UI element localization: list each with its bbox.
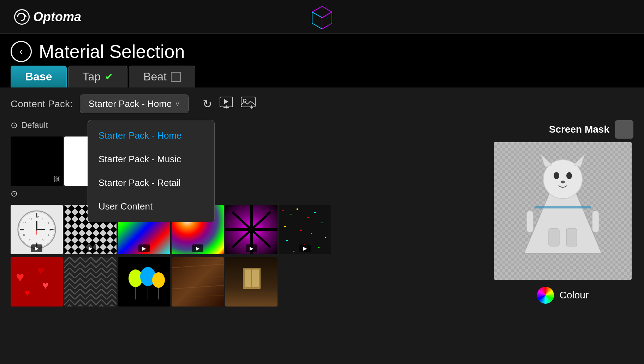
screen-mask-header: Screen Mask bbox=[492, 120, 633, 139]
svg-rect-81 bbox=[549, 229, 559, 246]
thumbnails-area: ⊙ Default 🖼 ⊙ bbox=[11, 120, 485, 357]
svg-marker-4 bbox=[224, 99, 228, 104]
main-layout: ‹ Material Selection Base Tap ✔ Beat Con… bbox=[0, 34, 644, 364]
preview-image bbox=[494, 142, 632, 280]
svg-rect-42 bbox=[290, 214, 292, 214]
svg-text:7: 7 bbox=[29, 239, 31, 242]
content-main: Content Pack: Starter Pack - Home ∨ ↻ bbox=[0, 87, 644, 364]
content-pack-label: Content Pack: bbox=[11, 98, 73, 110]
cube-icon bbox=[308, 4, 336, 32]
svg-rect-49 bbox=[311, 233, 312, 234]
svg-rect-50 bbox=[325, 237, 326, 238]
beat-checkbox-icon bbox=[171, 72, 181, 82]
toolbar-icons: ↻ bbox=[203, 96, 256, 112]
tab-beat-label: Beat bbox=[143, 70, 167, 83]
svg-rect-41 bbox=[282, 210, 284, 211]
main-section-toggle[interactable]: ⊙ bbox=[11, 189, 18, 199]
logo-text: Optoma bbox=[33, 10, 81, 24]
tab-bar: Base Tap ✔ Beat bbox=[0, 66, 644, 87]
preview-panel: Screen Mask bbox=[492, 120, 633, 357]
thumb-wood[interactable] bbox=[172, 257, 224, 307]
logo: Optoma bbox=[14, 9, 81, 25]
thumb-noise[interactable]: ▶ bbox=[279, 205, 331, 254]
svg-line-68 bbox=[172, 285, 224, 289]
thumb-clock[interactable]: 12 3 6 9 1 2 4 5 7 8 10 11 bbox=[11, 205, 63, 254]
thumb-black[interactable]: 🖼 bbox=[11, 136, 63, 186]
play-button-clock[interactable]: ▶ bbox=[31, 244, 42, 252]
svg-point-75 bbox=[554, 172, 559, 179]
content-pack-dropdown[interactable]: Starter Pack - Home ∨ bbox=[80, 95, 189, 113]
svg-rect-83 bbox=[527, 211, 533, 232]
page-title: Material Selection bbox=[39, 41, 185, 62]
dropdown-selected-value: Starter Pack - Home bbox=[89, 98, 172, 109]
main-section-header: ⊙ bbox=[11, 189, 485, 199]
back-button[interactable]: ‹ bbox=[11, 41, 32, 62]
svg-rect-51 bbox=[286, 240, 288, 241]
svg-marker-79 bbox=[573, 154, 585, 167]
play-button-bw[interactable]: ▶ bbox=[85, 244, 96, 252]
thumb-hearts[interactable]: ♥ ♥ ♥ ♥ bbox=[11, 257, 63, 307]
svg-text:♥: ♥ bbox=[42, 279, 49, 291]
dropdown-item-home[interactable]: Starter Pack - Home bbox=[88, 124, 214, 147]
thumb-row-2: ♥ ♥ ♥ ♥ bbox=[11, 257, 485, 307]
tab-tap[interactable]: Tap ✔ bbox=[68, 66, 128, 87]
svg-text:♥: ♥ bbox=[25, 288, 30, 298]
colour-label: Colour bbox=[560, 290, 589, 301]
tab-base[interactable]: Base bbox=[11, 66, 67, 87]
svg-rect-71 bbox=[245, 269, 251, 287]
svg-text:12: 12 bbox=[35, 215, 39, 219]
svg-line-67 bbox=[172, 277, 224, 278]
svg-text:3: 3 bbox=[49, 228, 50, 232]
svg-text:10: 10 bbox=[23, 222, 27, 225]
mascot-svg bbox=[503, 147, 623, 274]
svg-marker-0 bbox=[312, 6, 332, 18]
svg-text:♥: ♥ bbox=[16, 269, 24, 285]
svg-marker-78 bbox=[541, 154, 552, 167]
dropdown-item-user[interactable]: User Content bbox=[88, 195, 214, 218]
svg-rect-72 bbox=[252, 269, 259, 287]
screen-mask-thumbnail[interactable] bbox=[615, 120, 633, 139]
svg-text:5: 5 bbox=[42, 239, 44, 242]
dropdown-arrow-icon: ∨ bbox=[175, 100, 180, 108]
tab-base-label: Base bbox=[25, 70, 52, 83]
svg-text:♥: ♥ bbox=[37, 263, 44, 277]
svg-point-28 bbox=[36, 229, 38, 231]
svg-text:8: 8 bbox=[23, 233, 25, 237]
play-button-starburst[interactable]: ▶ bbox=[246, 244, 257, 252]
svg-rect-53 bbox=[318, 247, 320, 248]
dropdown-item-retail[interactable]: Starter Pack - Retail bbox=[88, 171, 214, 195]
default-thumbs: 🖼 bbox=[11, 136, 485, 186]
tap-check-icon: ✔ bbox=[105, 71, 113, 83]
play-button-noise[interactable]: ▶ bbox=[299, 244, 311, 252]
svg-text:1: 1 bbox=[42, 218, 44, 221]
image-download-icon[interactable] bbox=[240, 96, 256, 112]
play-button-mosaic[interactable]: ▶ bbox=[192, 244, 203, 252]
app-header: Optoma bbox=[0, 0, 644, 34]
svg-marker-2 bbox=[322, 12, 332, 29]
colour-wheel-icon[interactable] bbox=[537, 287, 554, 304]
dropdown-item-music[interactable]: Starter Pack - Music bbox=[88, 147, 214, 171]
svg-line-38 bbox=[251, 212, 270, 230]
svg-text:2: 2 bbox=[48, 222, 49, 225]
svg-point-77 bbox=[561, 181, 565, 183]
image-placeholder-icon: 🖼 bbox=[54, 176, 60, 183]
default-section-toggle[interactable]: ⊙ bbox=[11, 120, 18, 130]
tab-beat[interactable]: Beat bbox=[129, 66, 195, 87]
svg-rect-43 bbox=[297, 208, 298, 210]
play-button-graffiti[interactable]: ▶ bbox=[138, 244, 150, 252]
play-download-icon[interactable] bbox=[219, 96, 233, 112]
refresh-icon[interactable]: ↻ bbox=[203, 97, 212, 111]
page-header: ‹ Material Selection bbox=[0, 34, 644, 66]
thumb-starburst[interactable]: ▶ bbox=[225, 205, 278, 254]
thumb-room[interactable] bbox=[225, 257, 278, 307]
svg-rect-82 bbox=[566, 229, 577, 246]
logo-circle-icon bbox=[14, 9, 30, 25]
thumb-chevron[interactable] bbox=[64, 257, 117, 307]
svg-line-66 bbox=[172, 264, 224, 268]
content-pack-row: Content Pack: Starter Pack - Home ∨ ↻ bbox=[11, 95, 633, 113]
svg-text:4: 4 bbox=[48, 233, 49, 237]
svg-rect-54 bbox=[293, 251, 294, 251]
svg-rect-47 bbox=[284, 226, 286, 227]
svg-rect-59 bbox=[64, 257, 117, 307]
thumb-balloons[interactable] bbox=[118, 257, 170, 307]
